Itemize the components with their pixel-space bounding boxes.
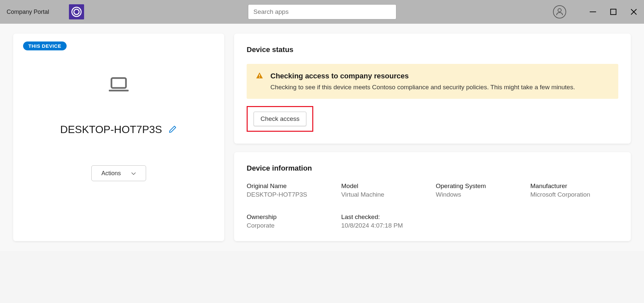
info-label: Original Name [247,182,335,190]
info-value: Corporate [247,222,335,229]
this-device-badge: THIS DEVICE [23,41,67,50]
titlebar: Company Portal [0,0,644,24]
minimize-button[interactable] [589,8,597,15]
search-input[interactable] [248,4,396,19]
main-content: THIS DEVICE DESKTOP-HOT7P3S Actions Devi… [0,24,644,251]
device-name: DESKTOP-HOT7P3S [60,124,162,136]
info-label: Operating System [436,182,524,190]
check-access-button[interactable]: Check access [254,112,306,126]
device-info-card: Device information Original Name DESKTOP… [234,152,631,241]
svg-rect-9 [259,74,260,76]
info-label: Ownership [247,213,335,221]
status-banner-body: Checking to see if this device meets Con… [270,84,575,91]
svg-point-0 [72,7,81,16]
actions-dropdown[interactable]: Actions [91,165,146,181]
info-label: Model [341,182,429,190]
device-info-title: Device information [247,164,618,173]
info-value: DESKTOP-HOT7P3S [247,191,335,198]
info-label: Last checked: [341,213,429,221]
info-item-original-name: Original Name DESKTOP-HOT7P3S [247,182,335,198]
app-logo [69,4,84,19]
device-status-title: Device status [247,45,618,54]
svg-rect-4 [611,9,616,15]
info-label: Manufacturer [530,182,618,190]
info-value: Microsoft Corporation [530,191,618,198]
info-value: Virtual Machine [341,191,429,198]
laptop-icon [109,77,129,94]
info-value: Windows [436,191,524,198]
info-item-manufacturer: Manufacturer Microsoft Corporation [530,182,618,198]
device-info-grid: Original Name DESKTOP-HOT7P3S Model Virt… [247,182,618,229]
info-item-os: Operating System Windows [436,182,524,198]
svg-point-1 [74,9,79,14]
chevron-down-icon [131,170,136,177]
svg-rect-7 [111,78,126,88]
maximize-button[interactable] [610,8,617,15]
device-status-card: Device status Checking access to company… [234,34,631,144]
check-access-highlight: Check access [247,106,313,132]
status-banner: Checking access to company resources Che… [247,64,618,99]
close-button[interactable] [630,8,637,15]
svg-point-2 [558,9,561,12]
app-title: Company Portal [7,9,49,15]
info-value: 10/8/2024 4:07:18 PM [341,222,429,229]
profile-avatar[interactable] [553,5,566,18]
edit-icon[interactable] [169,125,177,135]
warning-icon [256,72,263,80]
info-item-model: Model Virtual Machine [341,182,429,198]
actions-label: Actions [101,170,121,177]
device-card: THIS DEVICE DESKTOP-HOT7P3S Actions [13,34,224,241]
info-item-last-checked: Last checked: 10/8/2024 4:07:18 PM [341,213,429,229]
info-item-ownership: Ownership Corporate [247,213,335,229]
status-banner-title: Checking access to company resources [270,72,575,80]
svg-rect-10 [259,77,260,78]
